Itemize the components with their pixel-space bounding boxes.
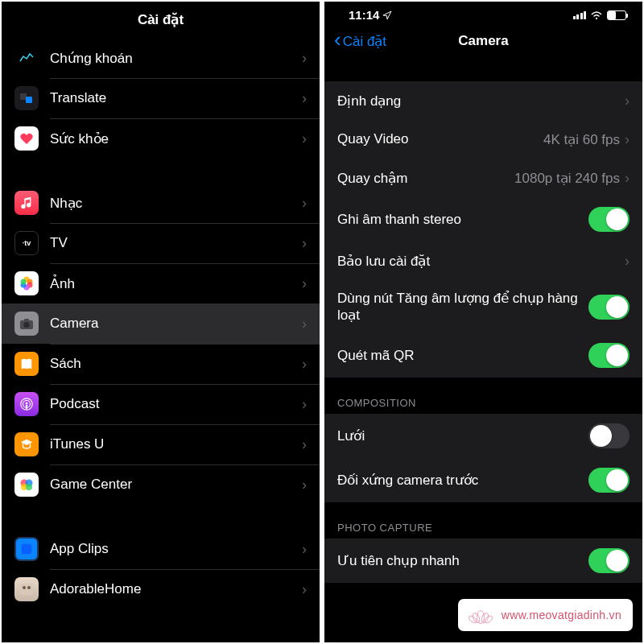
settings-list[interactable]: Chứng khoán › Translate › Sức khỏe › Nhạ… (2, 38, 320, 642)
settings-row-gamecenter[interactable]: Game Center › (2, 464, 320, 505)
row-label: Nhạc (50, 195, 302, 212)
setting-row[interactable]: Quay chậm1080p tại 240 fps› (324, 159, 642, 197)
svg-rect-9 (24, 319, 29, 321)
svg-point-10 (24, 322, 30, 328)
chevron-right-icon: › (302, 541, 307, 558)
row-label: Chứng khoán (50, 50, 302, 67)
health-icon (14, 126, 39, 151)
itunesu-icon (14, 432, 39, 456)
settings-list-screen: Cài đặt Chứng khoán › Translate › Sức kh… (2, 2, 320, 642)
row-label: AdorableHome (50, 581, 302, 597)
row-label: Sức khỏe (50, 130, 302, 147)
setting-value: 1080p tại 240 fps (514, 170, 620, 187)
chevron-right-icon: › (302, 396, 307, 413)
setting-row[interactable]: Bảo lưu cài đặt› (324, 242, 642, 280)
location-icon (382, 10, 392, 20)
setting-row[interactable]: Dùng nút Tăng âm lượng để chụp hàng loạt (324, 280, 642, 333)
row-label: App Clips (50, 541, 302, 557)
section-header-photo-capture: PHOTO CAPTURE (324, 502, 642, 539)
row-label: Sách (50, 356, 302, 372)
settings-row-itunesu[interactable]: iTunes U › (2, 424, 320, 464)
svg-point-22 (596, 17, 597, 19)
chevron-right-icon: › (302, 436, 307, 453)
svg-point-17 (26, 484, 32, 490)
camera-settings-list[interactable]: Định dạng›Quay Video4K tại 60 fps›Quay c… (324, 59, 642, 642)
settings-row-camera[interactable]: Camera › (2, 303, 320, 344)
adorable-icon (14, 577, 39, 601)
watermark: www.meovatgiadinh.vn (458, 599, 633, 631)
chevron-right-icon: › (625, 253, 630, 270)
section-header-composition: COMPOSITION (324, 378, 642, 414)
back-button[interactable]: ‹ Cài đặt (334, 30, 386, 52)
music-icon (14, 191, 39, 215)
toggle-switch[interactable] (588, 423, 630, 448)
setting-row[interactable]: Đối xứng camera trước (324, 458, 642, 502)
setting-label: Ưu tiên chụp nhanh (337, 552, 588, 569)
svg-point-20 (23, 586, 26, 589)
setting-label: Định dạng (337, 93, 625, 109)
settings-row-photos[interactable]: Ảnh › (2, 263, 320, 303)
chevron-right-icon: › (302, 477, 307, 493)
settings-row-podcast[interactable]: Podcast › (2, 384, 320, 424)
settings-row-health[interactable]: Sức khỏe › (2, 118, 320, 159)
setting-label: Quay Video (337, 131, 543, 147)
camera-settings-screen: 11:14 ‹ Cài đặt Camera Định dạng›Quay Vi… (324, 2, 642, 642)
setting-row[interactable]: Quét mã QR (324, 333, 642, 378)
chevron-right-icon: › (625, 93, 630, 109)
setting-label: Đối xứng camera trước (337, 472, 588, 489)
svg-point-7 (21, 279, 27, 285)
setting-row[interactable]: Ưu tiên chụp nhanh (324, 539, 642, 583)
setting-label: Quay chậm (337, 170, 514, 187)
chevron-right-icon: › (625, 170, 630, 187)
svg-rect-18 (22, 544, 32, 555)
toggle-switch[interactable] (588, 207, 630, 232)
row-label: TV (50, 235, 302, 251)
setting-row[interactable]: Quay Video4K tại 60 fps› (324, 120, 642, 159)
chevron-right-icon: › (302, 50, 307, 67)
setting-label: Quét mã QR (337, 348, 588, 364)
settings-row-tv[interactable]: ∙tv TV › (2, 223, 320, 263)
settings-row-books[interactable]: Sách › (2, 344, 320, 384)
toggle-switch[interactable] (588, 295, 630, 320)
books-icon (14, 352, 39, 376)
settings-row-adorable[interactable]: AdorableHome › (2, 569, 320, 609)
translate-icon (14, 86, 39, 110)
photos-icon (14, 271, 39, 295)
settings-row-stocks[interactable]: Chứng khoán › (2, 38, 320, 78)
setting-label: Bảo lưu cài đặt (337, 253, 625, 270)
appclips-icon (14, 537, 39, 561)
setting-value: 4K tại 60 fps (543, 131, 620, 148)
setting-row[interactable]: Ghi âm thanh stereo (324, 197, 642, 242)
svg-point-13 (26, 402, 28, 405)
setting-row[interactable]: Định dạng› (324, 81, 642, 120)
gamecenter-icon (14, 473, 39, 497)
page-title: Cài đặt (2, 2, 320, 38)
settings-row-appclips[interactable]: App Clips › (2, 529, 320, 569)
settings-row-translate[interactable]: Translate › (2, 78, 320, 118)
toggle-switch[interactable] (588, 468, 630, 493)
chevron-right-icon: › (302, 316, 307, 332)
setting-label: Lưới (337, 427, 588, 444)
toggle-switch[interactable] (588, 343, 630, 368)
lotus-icon (466, 604, 495, 626)
chevron-right-icon: › (302, 356, 307, 373)
settings-row-music[interactable]: Nhạc › (2, 183, 320, 223)
setting-label: Dùng nút Tăng âm lượng để chụp hàng loạt (337, 290, 588, 324)
chevron-right-icon: › (302, 581, 307, 598)
nav-bar: ‹ Cài đặt Camera (324, 23, 642, 59)
status-bar: 11:14 (324, 2, 642, 23)
stocks-icon (14, 46, 39, 70)
svg-point-26 (468, 615, 477, 625)
svg-point-27 (484, 615, 493, 625)
toggle-switch[interactable] (588, 548, 630, 573)
row-label: Podcast (50, 396, 302, 412)
camera-icon (14, 312, 39, 336)
row-label: Translate (50, 90, 302, 106)
setting-row[interactable]: Lưới (324, 414, 642, 458)
nav-title: Camera (458, 33, 508, 49)
chevron-right-icon: › (302, 275, 307, 292)
svg-point-21 (27, 586, 31, 589)
signal-icon (573, 11, 587, 19)
wifi-icon (590, 10, 603, 20)
row-label: Game Center (50, 477, 302, 493)
